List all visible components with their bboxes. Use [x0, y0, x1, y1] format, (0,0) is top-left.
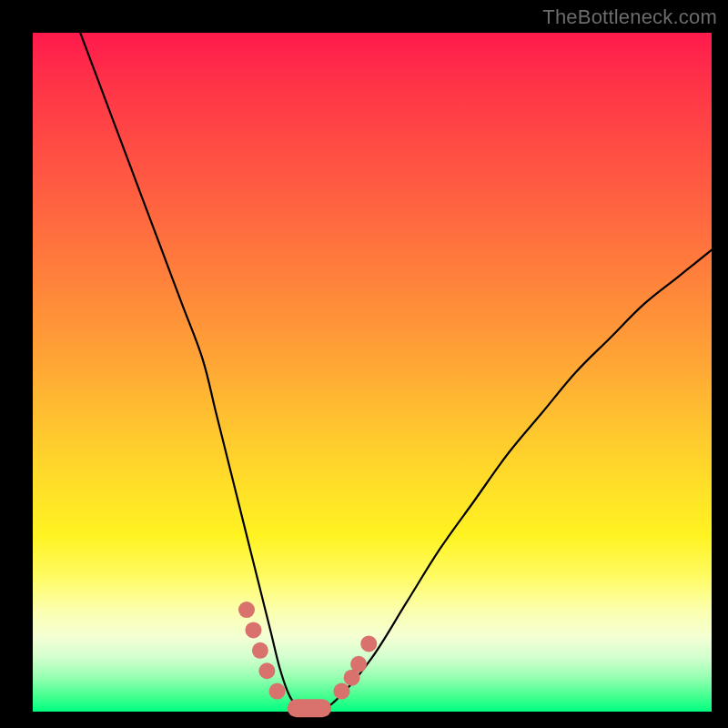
markers-group: [238, 602, 377, 717]
marker-pill: [288, 699, 331, 717]
marker-dot: [269, 683, 286, 700]
watermark-text: TheBottleneck.com: [542, 5, 717, 29]
marker-dot: [258, 662, 275, 679]
bottleneck-curve: [80, 33, 712, 713]
chart-stage: TheBottleneck.com: [0, 0, 728, 728]
marker-dot: [350, 656, 367, 672]
marker-dot: [360, 635, 377, 652]
plot-area: [33, 33, 712, 712]
marker-dot: [245, 622, 261, 638]
marker-dot: [333, 683, 349, 700]
marker-dot: [238, 602, 255, 618]
marker-dot: [252, 642, 268, 659]
chart-svg: [33, 33, 712, 712]
